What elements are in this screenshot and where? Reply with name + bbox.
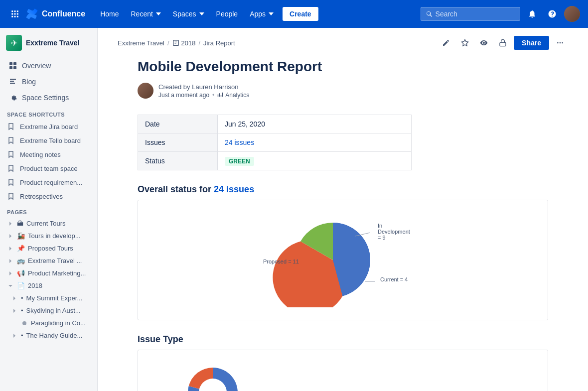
nav-home[interactable]: Home bbox=[95, 7, 124, 21]
share-button[interactable]: Share bbox=[514, 36, 549, 50]
svg-rect-7 bbox=[14, 16, 16, 17]
svg-rect-9 bbox=[9, 62, 12, 65]
nav-recent[interactable]: Recent bbox=[126, 7, 165, 21]
page-content: Mobile Development Report Created by Lau… bbox=[98, 55, 588, 391]
svg-rect-3 bbox=[11, 13, 13, 15]
main-content: Exxtreme Travel / 2018 / Jira Report bbox=[98, 28, 588, 391]
analytics-link[interactable]: Analytics bbox=[217, 92, 249, 99]
issue-type-header: Issue Type bbox=[138, 334, 548, 345]
svg-rect-11 bbox=[9, 66, 12, 69]
page-tree-tours-in-develop[interactable]: 🚂 Tours in develop... bbox=[0, 230, 97, 242]
sidebar-item-overview[interactable]: Overview bbox=[2, 58, 95, 73]
space-icon: ✈ bbox=[6, 35, 22, 51]
space-header[interactable]: ✈ Exxtreme Travel bbox=[0, 28, 97, 58]
author-avatar bbox=[138, 83, 153, 99]
table-label-status: Status bbox=[138, 152, 218, 170]
svg-rect-5 bbox=[17, 13, 18, 15]
svg-rect-0 bbox=[11, 10, 13, 12]
svg-point-18 bbox=[557, 42, 559, 44]
search-box[interactable] bbox=[421, 7, 520, 21]
page-action-buttons: Share bbox=[438, 35, 568, 51]
pie-chart-svg: In Development = 9 Proposed = 11 Current… bbox=[258, 213, 428, 307]
table-row-status: Status GREEN bbox=[138, 152, 412, 170]
table-label-date: Date bbox=[138, 115, 218, 133]
breadcrumb-2018[interactable]: 2018 bbox=[181, 39, 196, 47]
pages-section-title: PAGES bbox=[0, 203, 97, 217]
sidebar-item-space-settings[interactable]: Space Settings bbox=[2, 90, 95, 105]
shortcut-retrospectives[interactable]: Retrospectives bbox=[0, 189, 97, 203]
page-tree-proposed-tours[interactable]: 📌 Proposed Tours bbox=[0, 242, 97, 255]
shortcuts-section-title: SPACE SHORTCUTS bbox=[0, 106, 97, 120]
confluence-logo[interactable]: Confluence bbox=[26, 8, 85, 20]
star-button[interactable] bbox=[457, 35, 473, 51]
chevron-right-icon bbox=[7, 233, 14, 240]
page-tree-product-marketing[interactable]: 📢 Product Marketing... bbox=[0, 267, 97, 279]
svg-rect-1 bbox=[14, 10, 16, 12]
edit-button[interactable] bbox=[438, 35, 454, 51]
chevron-right-icon bbox=[11, 295, 18, 302]
svg-rect-10 bbox=[13, 62, 16, 65]
svg-marker-16 bbox=[461, 39, 468, 46]
table-value-issues: 24 issues bbox=[218, 133, 412, 152]
more-actions-button[interactable] bbox=[552, 35, 568, 51]
search-input[interactable] bbox=[436, 10, 515, 18]
pie-chart-box: In Development = 9 Proposed = 11 Current… bbox=[138, 200, 548, 320]
page-tree-handy-guide[interactable]: • The Handy Guide... bbox=[0, 329, 97, 342]
shortcut-meeting-notes[interactable]: Meeting notes bbox=[0, 147, 97, 161]
svg-text:Current = 4: Current = 4 bbox=[380, 276, 408, 282]
chevron-down-icon bbox=[7, 282, 14, 289]
svg-rect-6 bbox=[11, 16, 13, 17]
topnav-right bbox=[421, 6, 580, 22]
svg-rect-2 bbox=[17, 10, 18, 12]
svg-text:= 9: = 9 bbox=[378, 235, 386, 241]
author-info: Created by Lauren Harrison bbox=[158, 83, 249, 91]
svg-rect-8 bbox=[17, 16, 18, 17]
author-time: Just a moment ago bbox=[158, 92, 209, 99]
svg-point-20 bbox=[562, 42, 563, 44]
shortcut-exxtreme-jira[interactable]: Exxtreme Jira board bbox=[0, 120, 97, 133]
chevron-right-icon bbox=[7, 220, 14, 227]
shortcut-exxtreme-tello[interactable]: Exxtreme Tello board bbox=[0, 133, 97, 147]
page-tree-skydiving[interactable]: • Skydiving in Aust... bbox=[0, 304, 97, 317]
user-avatar[interactable] bbox=[564, 6, 580, 22]
donut-chart-svg: Task = 19 bbox=[148, 360, 317, 391]
apps-grid-button[interactable] bbox=[8, 7, 22, 21]
page-title: Mobile Development Report bbox=[138, 59, 548, 75]
overall-status-header: Overall status for 24 issues bbox=[138, 184, 548, 195]
table-row-date: Date Jun 25, 2020 bbox=[138, 115, 412, 133]
svg-point-19 bbox=[560, 42, 561, 44]
help-button[interactable] bbox=[544, 6, 560, 22]
svg-text:In: In bbox=[378, 223, 382, 229]
chevron-right-icon bbox=[7, 258, 14, 264]
page-tree-current-tours[interactable]: 🏔 Current Tours bbox=[0, 217, 97, 230]
space-name: Exxtreme Travel bbox=[26, 39, 79, 47]
breadcrumb-jira-report[interactable]: Jira Report bbox=[203, 39, 235, 47]
nav-apps[interactable]: Apps bbox=[245, 7, 279, 21]
nav-people[interactable]: People bbox=[211, 7, 243, 21]
page-tree-my-summit[interactable]: • My Summit Exper... bbox=[0, 292, 97, 304]
page-tree-2018[interactable]: 📄 2018 bbox=[0, 279, 97, 292]
svg-text:Proposed = 11: Proposed = 11 bbox=[263, 259, 299, 264]
restrict-button[interactable] bbox=[495, 35, 511, 51]
create-button[interactable]: Create bbox=[283, 7, 318, 21]
page-tree-paragliding[interactable]: Paragliding in Co... bbox=[0, 317, 97, 329]
shortcut-product-requirements[interactable]: Product requiremen... bbox=[0, 175, 97, 189]
pie-chart: In Development = 9 Proposed = 11 Current… bbox=[148, 210, 538, 310]
author-row: Created by Lauren Harrison Just a moment… bbox=[138, 83, 548, 99]
sidebar-item-blog[interactable]: Blog bbox=[2, 74, 95, 89]
watch-button[interactable] bbox=[476, 35, 492, 51]
info-table: Date Jun 25, 2020 Issues 24 issues Statu… bbox=[138, 115, 412, 170]
nav-spaces[interactable]: Spaces bbox=[168, 7, 209, 21]
svg-rect-12 bbox=[13, 66, 16, 69]
issue-type-chart-box: Task = 19 bbox=[138, 350, 548, 391]
notifications-button[interactable] bbox=[524, 6, 540, 22]
table-label-issues: Issues bbox=[138, 133, 218, 152]
shortcut-product-team-space[interactable]: Product team space bbox=[0, 161, 97, 175]
breadcrumb-exxtreme-travel[interactable]: Exxtreme Travel bbox=[118, 39, 164, 47]
chevron-right-icon bbox=[11, 332, 18, 339]
svg-rect-4 bbox=[14, 13, 16, 15]
table-value-status: GREEN bbox=[218, 152, 412, 170]
table-value-date: Jun 25, 2020 bbox=[218, 115, 412, 133]
page-tree-exxtreme-travel[interactable]: 🚌 Exxtreme Travel ... bbox=[0, 255, 97, 267]
chevron-right-icon bbox=[7, 270, 14, 277]
